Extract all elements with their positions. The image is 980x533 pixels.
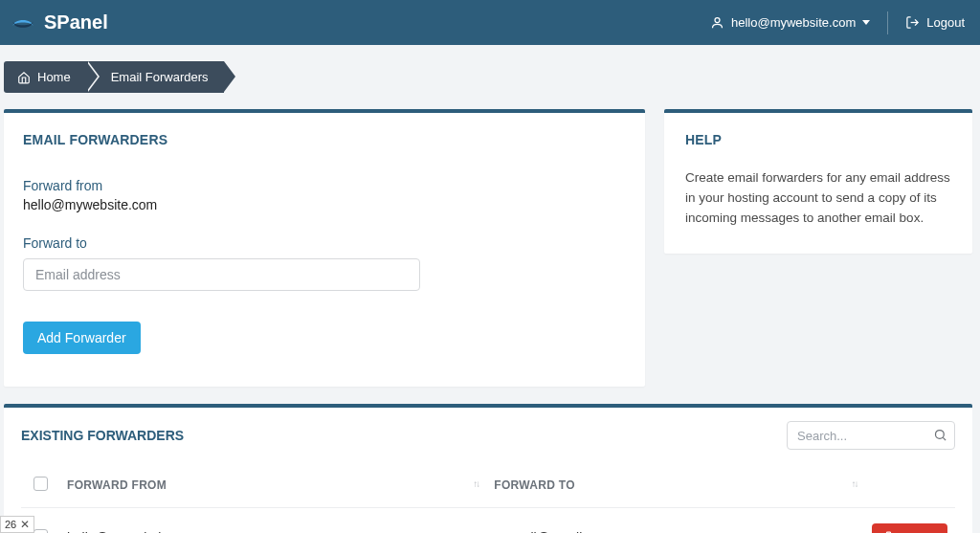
app-header: SPanel hello@mywebsite.com Logout <box>0 0 980 45</box>
brand-logo-icon <box>10 10 36 36</box>
help-title: HELP <box>685 132 951 147</box>
header-right: hello@mywebsite.com Logout <box>710 11 965 34</box>
select-all-checkbox[interactable] <box>33 477 48 491</box>
search-input[interactable] <box>787 421 955 450</box>
content-row: EMAIL FORWARDERS Forward from hello@mywe… <box>0 93 980 387</box>
svg-line-3 <box>943 437 946 440</box>
breadcrumb-home[interactable]: Home <box>4 61 86 93</box>
col-from-label: FORWARD FROM <box>67 478 167 492</box>
sort-icon: ↑↓ <box>473 478 479 489</box>
existing-forwarders-card: EXISTING FORWARDERS FORWARD FROM ↑↓ FORW… <box>4 404 972 533</box>
svg-point-0 <box>715 18 720 23</box>
breadcrumb: Home Email Forwarders <box>0 45 980 93</box>
search-icon <box>933 428 947 442</box>
search-box <box>787 421 955 450</box>
close-icon[interactable]: ✕ <box>20 518 30 531</box>
breadcrumb-current[interactable]: Email Forwarders <box>86 61 224 93</box>
status-chip-value: 26 <box>5 519 16 530</box>
brand-name: SPanel <box>44 11 108 33</box>
forward-to-label: Forward to <box>23 235 626 251</box>
logout-icon <box>905 15 920 30</box>
status-chip: 26 ✕ <box>0 516 34 533</box>
account-menu[interactable]: hello@mywebsite.com <box>710 15 870 30</box>
help-body: Create email forwarders for any email ad… <box>685 168 951 229</box>
logout-label: Logout <box>926 15 965 30</box>
email-forwarders-card: EMAIL FORWARDERS Forward from hello@mywe… <box>4 109 645 387</box>
forwarders-table: FORWARD FROM ↑↓ FORWARD TO ↑↓ hello@mywe… <box>21 463 955 533</box>
table-row: hello@mywebsite.com mymail@gmail.com Del… <box>21 508 955 534</box>
table-title: EXISTING FORWARDERS <box>21 428 184 443</box>
col-forward-to[interactable]: FORWARD TO ↑↓ <box>486 463 864 508</box>
user-icon <box>710 15 724 30</box>
col-forward-from[interactable]: FORWARD FROM ↑↓ <box>59 463 486 508</box>
sort-icon: ↑↓ <box>851 478 857 489</box>
breadcrumb-current-label: Email Forwarders <box>111 70 209 84</box>
home-icon <box>17 71 31 84</box>
svg-point-2 <box>936 431 945 439</box>
caret-down-icon <box>862 20 870 25</box>
col-to-label: FORWARD TO <box>494 478 575 492</box>
cell-forward-to: mymail@gmail.com <box>486 508 864 534</box>
breadcrumb-home-label: Home <box>37 70 71 84</box>
table-header-row: EXISTING FORWARDERS <box>21 421 955 450</box>
delete-button[interactable]: Delete <box>872 523 947 533</box>
row-checkbox[interactable] <box>33 529 48 534</box>
forward-from-value: hello@mywebsite.com <box>23 197 626 212</box>
account-email: hello@mywebsite.com <box>731 15 856 30</box>
card-title: EMAIL FORWARDERS <box>23 132 626 147</box>
cell-forward-from: hello@mywebsite.com <box>59 508 486 534</box>
header-divider <box>887 11 888 34</box>
forward-from-label: Forward from <box>23 178 626 193</box>
help-card: HELP Create email forwarders for any ema… <box>664 109 972 254</box>
col-checkbox <box>21 463 59 508</box>
brand[interactable]: SPanel <box>10 10 108 36</box>
add-forwarder-button[interactable]: Add Forwarder <box>23 322 141 354</box>
col-actions <box>864 463 955 508</box>
forward-to-input[interactable] <box>23 258 420 291</box>
logout-button[interactable]: Logout <box>905 15 965 30</box>
